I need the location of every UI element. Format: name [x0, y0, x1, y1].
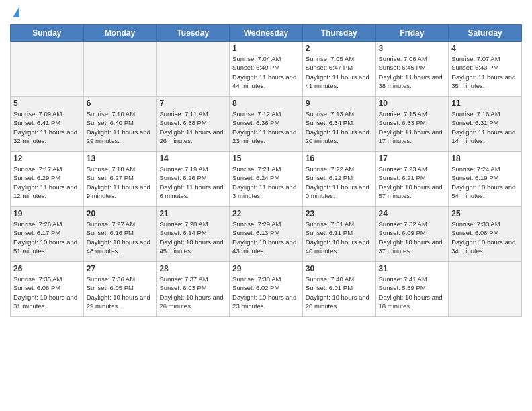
day-cell: 19Sunrise: 7:26 AM Sunset: 6:17 PM Dayli…	[11, 207, 84, 262]
day-cell: 11Sunrise: 7:16 AM Sunset: 6:31 PM Dayli…	[449, 97, 522, 152]
day-number: 10	[379, 99, 446, 108]
day-info: Sunrise: 7:37 AM Sunset: 6:03 PM Dayligh…	[159, 275, 226, 310]
day-info: Sunrise: 7:28 AM Sunset: 6:14 PM Dayligh…	[159, 220, 226, 255]
day-number: 14	[159, 154, 226, 163]
day-cell: 7Sunrise: 7:11 AM Sunset: 6:38 PM Daylig…	[157, 97, 230, 152]
day-number: 11	[451, 99, 519, 108]
day-header-monday: Monday	[83, 25, 157, 42]
week-row-1: 1Sunrise: 7:04 AM Sunset: 6:49 PM Daylig…	[11, 42, 522, 97]
day-cell: 10Sunrise: 7:15 AM Sunset: 6:33 PM Dayli…	[375, 97, 449, 152]
day-info: Sunrise: 7:38 AM Sunset: 6:02 PM Dayligh…	[232, 275, 300, 310]
day-number: 28	[159, 264, 226, 273]
day-info: Sunrise: 7:18 AM Sunset: 6:27 PM Dayligh…	[87, 165, 154, 200]
day-info: Sunrise: 7:10 AM Sunset: 6:40 PM Dayligh…	[87, 109, 154, 145]
calendar: SundayMondayTuesdayWednesdayThursdayFrid…	[10, 24, 522, 317]
day-info: Sunrise: 7:40 AM Sunset: 6:01 PM Dayligh…	[306, 275, 373, 310]
day-cell: 4Sunrise: 7:07 AM Sunset: 6:43 PM Daylig…	[449, 42, 522, 97]
day-number: 25	[451, 209, 519, 218]
day-info: Sunrise: 7:16 AM Sunset: 6:31 PM Dayligh…	[451, 109, 519, 145]
day-info: Sunrise: 7:29 AM Sunset: 6:13 PM Dayligh…	[232, 220, 300, 255]
day-info: Sunrise: 7:31 AM Sunset: 6:11 PM Dayligh…	[306, 220, 373, 255]
day-cell: 24Sunrise: 7:32 AM Sunset: 6:09 PM Dayli…	[375, 207, 449, 262]
week-row-5: 26Sunrise: 7:35 AM Sunset: 6:06 PM Dayli…	[11, 262, 522, 317]
day-cell	[83, 42, 157, 97]
day-number: 4	[451, 44, 519, 53]
day-cell: 14Sunrise: 7:19 AM Sunset: 6:26 PM Dayli…	[157, 152, 230, 207]
day-header-thursday: Thursday	[302, 25, 375, 42]
day-cell: 12Sunrise: 7:17 AM Sunset: 6:29 PM Dayli…	[11, 152, 84, 207]
day-cell: 21Sunrise: 7:28 AM Sunset: 6:14 PM Dayli…	[157, 207, 230, 262]
day-number: 15	[232, 154, 300, 163]
header-row: SundayMondayTuesdayWednesdayThursdayFrid…	[11, 25, 522, 42]
day-info: Sunrise: 7:26 AM Sunset: 6:17 PM Dayligh…	[13, 220, 81, 255]
day-cell	[449, 262, 522, 317]
day-info: Sunrise: 7:35 AM Sunset: 6:06 PM Dayligh…	[13, 275, 81, 310]
header	[10, 7, 522, 19]
day-info: Sunrise: 7:09 AM Sunset: 6:41 PM Dayligh…	[13, 109, 81, 145]
day-number: 2	[306, 44, 373, 53]
day-cell: 31Sunrise: 7:41 AM Sunset: 5:59 PM Dayli…	[375, 262, 449, 317]
day-number: 7	[159, 99, 226, 108]
day-header-saturday: Saturday	[449, 25, 522, 42]
day-header-tuesday: Tuesday	[157, 25, 230, 42]
day-cell: 9Sunrise: 7:13 AM Sunset: 6:34 PM Daylig…	[302, 97, 375, 152]
day-header-friday: Friday	[375, 25, 449, 42]
day-number: 26	[13, 264, 81, 273]
day-info: Sunrise: 7:17 AM Sunset: 6:29 PM Dayligh…	[13, 165, 81, 200]
day-info: Sunrise: 7:07 AM Sunset: 6:43 PM Dayligh…	[451, 54, 519, 90]
day-info: Sunrise: 7:23 AM Sunset: 6:21 PM Dayligh…	[379, 165, 446, 200]
day-cell: 16Sunrise: 7:22 AM Sunset: 6:22 PM Dayli…	[302, 152, 375, 207]
day-cell: 2Sunrise: 7:05 AM Sunset: 6:47 PM Daylig…	[302, 42, 375, 97]
day-cell: 1Sunrise: 7:04 AM Sunset: 6:49 PM Daylig…	[230, 42, 303, 97]
day-cell: 28Sunrise: 7:37 AM Sunset: 6:03 PM Dayli…	[157, 262, 230, 317]
logo	[10, 7, 19, 19]
day-number: 31	[379, 264, 446, 273]
day-info: Sunrise: 7:13 AM Sunset: 6:34 PM Dayligh…	[306, 109, 373, 145]
day-number: 18	[451, 154, 519, 163]
day-info: Sunrise: 7:24 AM Sunset: 6:19 PM Dayligh…	[451, 165, 519, 200]
day-cell: 26Sunrise: 7:35 AM Sunset: 6:06 PM Dayli…	[11, 262, 84, 317]
day-info: Sunrise: 7:06 AM Sunset: 6:45 PM Dayligh…	[379, 54, 446, 90]
day-cell: 6Sunrise: 7:10 AM Sunset: 6:40 PM Daylig…	[83, 97, 157, 152]
day-number: 30	[306, 264, 373, 273]
day-number: 19	[13, 209, 81, 218]
day-header-wednesday: Wednesday	[230, 25, 303, 42]
day-info: Sunrise: 7:36 AM Sunset: 6:05 PM Dayligh…	[87, 275, 154, 310]
day-number: 6	[87, 99, 154, 108]
day-number: 13	[87, 154, 154, 163]
day-number: 12	[13, 154, 81, 163]
day-number: 22	[232, 209, 300, 218]
day-info: Sunrise: 7:12 AM Sunset: 6:36 PM Dayligh…	[232, 109, 300, 145]
day-number: 1	[232, 44, 300, 53]
day-info: Sunrise: 7:33 AM Sunset: 6:08 PM Dayligh…	[451, 220, 519, 255]
day-cell: 23Sunrise: 7:31 AM Sunset: 6:11 PM Dayli…	[302, 207, 375, 262]
day-cell: 20Sunrise: 7:27 AM Sunset: 6:16 PM Dayli…	[83, 207, 157, 262]
day-cell: 13Sunrise: 7:18 AM Sunset: 6:27 PM Dayli…	[83, 152, 157, 207]
day-cell: 18Sunrise: 7:24 AM Sunset: 6:19 PM Dayli…	[449, 152, 522, 207]
week-row-3: 12Sunrise: 7:17 AM Sunset: 6:29 PM Dayli…	[11, 152, 522, 207]
day-cell: 8Sunrise: 7:12 AM Sunset: 6:36 PM Daylig…	[230, 97, 303, 152]
day-number: 29	[232, 264, 300, 273]
day-info: Sunrise: 7:11 AM Sunset: 6:38 PM Dayligh…	[159, 109, 226, 145]
day-cell: 15Sunrise: 7:21 AM Sunset: 6:24 PM Dayli…	[230, 152, 303, 207]
day-number: 17	[379, 154, 446, 163]
week-row-4: 19Sunrise: 7:26 AM Sunset: 6:17 PM Dayli…	[11, 207, 522, 262]
day-cell: 5Sunrise: 7:09 AM Sunset: 6:41 PM Daylig…	[11, 97, 84, 152]
week-row-2: 5Sunrise: 7:09 AM Sunset: 6:41 PM Daylig…	[11, 97, 522, 152]
day-cell: 29Sunrise: 7:38 AM Sunset: 6:02 PM Dayli…	[230, 262, 303, 317]
day-cell: 22Sunrise: 7:29 AM Sunset: 6:13 PM Dayli…	[230, 207, 303, 262]
day-number: 24	[379, 209, 446, 218]
day-info: Sunrise: 7:19 AM Sunset: 6:26 PM Dayligh…	[159, 165, 226, 200]
day-number: 8	[232, 99, 300, 108]
day-info: Sunrise: 7:15 AM Sunset: 6:33 PM Dayligh…	[379, 109, 446, 145]
day-number: 21	[159, 209, 226, 218]
day-cell: 25Sunrise: 7:33 AM Sunset: 6:08 PM Dayli…	[449, 207, 522, 262]
day-info: Sunrise: 7:04 AM Sunset: 6:49 PM Dayligh…	[232, 54, 300, 90]
day-info: Sunrise: 7:41 AM Sunset: 5:59 PM Dayligh…	[379, 275, 446, 310]
day-number: 9	[306, 99, 373, 108]
day-info: Sunrise: 7:21 AM Sunset: 6:24 PM Dayligh…	[232, 165, 300, 200]
day-cell	[157, 42, 230, 97]
day-number: 23	[306, 209, 373, 218]
day-number: 20	[87, 209, 154, 218]
day-cell: 30Sunrise: 7:40 AM Sunset: 6:01 PM Dayli…	[302, 262, 375, 317]
